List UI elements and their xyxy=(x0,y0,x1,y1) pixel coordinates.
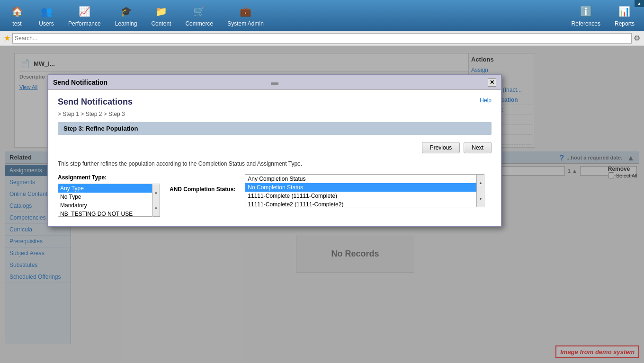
modal-nav-buttons: Previous Next xyxy=(58,142,492,153)
main-search-input[interactable] xyxy=(12,33,632,44)
toolbar: ★ ⚙ xyxy=(0,31,644,46)
completion-item-any[interactable]: Any Completion Status xyxy=(245,175,476,183)
modal-description: This step further refines the population… xyxy=(58,160,492,167)
nav-item-commerce[interactable]: 🛒 Commerce xyxy=(178,1,220,29)
nav-item-system-admin[interactable]: 💼 System Admin xyxy=(220,1,271,29)
nav-label-commerce: Commerce xyxy=(185,20,213,27)
nav-label-system-admin: System Admin xyxy=(227,20,264,27)
assignment-type-wrapper: Any Type No Type Mandatory NB_TESTING DO… xyxy=(58,184,160,217)
content-icon: 📁 xyxy=(153,4,169,19)
system-admin-icon: 💼 xyxy=(238,4,253,19)
completion-item-11111[interactable]: 11111-Complete (11111-Complete) xyxy=(245,192,476,200)
completion-scroll-arrows: ▲ ▼ xyxy=(477,174,484,207)
modal-step-header: Step 3: Refine Population xyxy=(58,122,492,135)
test-icon: 🏠 xyxy=(9,4,25,19)
nav-item-users[interactable]: 👥 Users xyxy=(32,1,61,29)
modal-body: Help Send Notifications > Step 1 > Step … xyxy=(48,90,501,226)
completion-scroll-down[interactable]: ▼ xyxy=(477,191,484,207)
completion-item-no-status[interactable]: No Completion Status xyxy=(245,183,476,192)
send-notification-modal: Send Notification ▬ ✕ Help Send Notifica… xyxy=(47,74,502,227)
completion-scroll-up[interactable]: ▲ xyxy=(477,175,484,191)
assignment-type-label: Assignment Type: xyxy=(58,174,107,181)
nav-label-users: Users xyxy=(39,20,54,27)
settings-gear-icon[interactable]: ⚙ xyxy=(634,34,640,43)
nav-item-references[interactable]: ℹ️ References xyxy=(564,1,608,29)
commerce-icon: 🛒 xyxy=(192,4,207,19)
nav-label-content: Content xyxy=(151,20,171,27)
modal-breadcrumb: > Step 1 > Step 2 > Step 3 xyxy=(58,111,492,117)
and-completion-label: AND Completion Status: xyxy=(170,186,235,193)
references-icon: ℹ️ xyxy=(578,4,593,19)
bookmark-star-icon[interactable]: ★ xyxy=(4,34,10,43)
modal-close-button[interactable]: ✕ xyxy=(488,78,496,87)
nav-item-learning[interactable]: 🎓 Learning xyxy=(108,1,144,29)
completion-status-group: Any Completion Status No Completion Stat… xyxy=(245,174,484,207)
nav-item-test[interactable]: 🏠 test xyxy=(2,1,32,29)
performance-icon: 📈 xyxy=(77,4,92,19)
nav-label-performance: Performance xyxy=(68,20,101,27)
scroll-up-arrow[interactable]: ▲ xyxy=(152,184,160,200)
modal-heading: Send Notifications xyxy=(58,97,492,107)
nav-label-references: References xyxy=(572,20,600,27)
nav-label-reports: Reports xyxy=(615,20,635,27)
modal-title: Send Notification xyxy=(53,79,107,86)
completion-item-11111-2[interactable]: 11111-Complete2 (11111-Complete2) xyxy=(245,200,476,207)
top-navigation: 🏠 test 👥 Users 📈 Performance 🎓 Learning … xyxy=(0,0,644,31)
completion-status-listbox[interactable]: Any Completion Status No Completion Stat… xyxy=(245,174,477,207)
nav-label-learning: Learning xyxy=(115,20,137,27)
assignment-scroll-arrows: ▲ ▼ xyxy=(152,184,160,217)
modal-filters: Assignment Type: Any Type No Type Mandat… xyxy=(58,174,492,217)
nav-item-content[interactable]: 📁 Content xyxy=(144,1,178,29)
modal-drag-handle[interactable]: ▬ xyxy=(271,78,278,87)
next-button[interactable]: Next xyxy=(464,142,492,153)
modal-titlebar: Send Notification ▬ ✕ xyxy=(48,75,501,90)
nav-label-test: test xyxy=(12,20,21,27)
assignment-type-select[interactable]: Any Type No Type Mandatory NB_TESTING DO… xyxy=(58,184,152,217)
completion-status-wrapper: Any Completion Status No Completion Stat… xyxy=(245,174,484,207)
collapse-arrow[interactable]: ▲ xyxy=(635,0,644,7)
previous-button[interactable]: Previous xyxy=(422,142,460,153)
scroll-down-arrow[interactable]: ▼ xyxy=(152,200,160,216)
learning-icon: 🎓 xyxy=(118,4,134,19)
users-icon: 👥 xyxy=(39,4,54,19)
nav-item-performance[interactable]: 📈 Performance xyxy=(61,1,108,29)
reports-icon: 📊 xyxy=(617,4,632,19)
main-area: 📄 MW_I... ...ive) ? Descriptio MW_ITEM_.… xyxy=(0,46,644,363)
modal-help-link[interactable]: Help xyxy=(480,97,492,104)
assignment-type-group: Assignment Type: Any Type No Type Mandat… xyxy=(58,174,160,217)
